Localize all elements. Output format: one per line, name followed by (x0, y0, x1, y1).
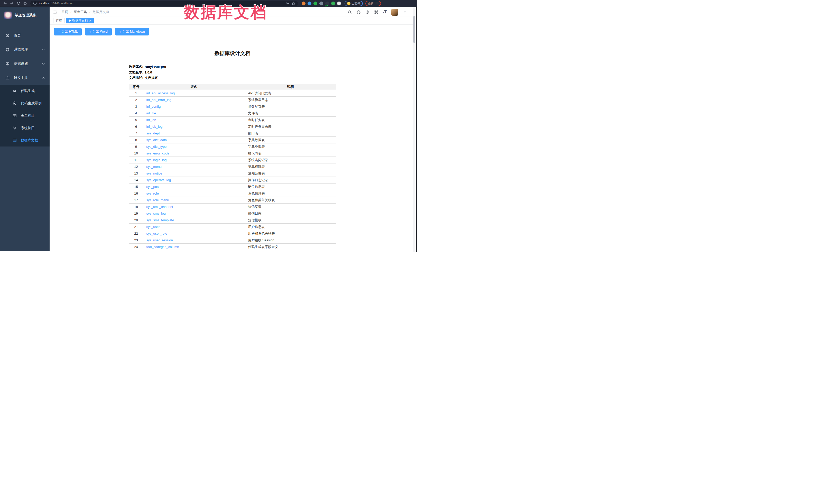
user-avatar[interactable] (391, 9, 398, 16)
row-number-cell: 8 (129, 137, 143, 144)
collapse-sidebar-icon[interactable] (53, 10, 57, 14)
table-row: 8sys_dict_data字典数据表 (129, 137, 336, 144)
table-name-link[interactable]: sys_sms_log (147, 212, 166, 215)
table-name-link[interactable]: sys_role (147, 192, 159, 195)
info-label: 文档描述: (129, 76, 144, 80)
table-name-link[interactable]: sys_dict_data (147, 138, 167, 142)
page-scrollbar-thumb[interactable] (413, 16, 415, 43)
table-name-link[interactable]: inf_file (147, 111, 156, 115)
sidebar-item-首页[interactable]: 首页 (0, 28, 50, 42)
table-name-link[interactable]: sys_notice (147, 171, 162, 175)
sidebar-subitem-代码生成[interactable]: 代码生成 (0, 85, 50, 97)
table-name-cell: sys_login_log (143, 157, 245, 163)
table-name-link[interactable]: sys_user (147, 225, 160, 229)
search-icon[interactable] (348, 10, 352, 14)
table-desc-cell: 角色信息表 (245, 190, 336, 197)
table-name-link[interactable]: inf_config (147, 105, 161, 108)
sidebar-subitem-数据库文档[interactable]: 数据库文档 (0, 134, 50, 147)
table-name-cell: sys_dict_data (143, 137, 245, 144)
update-label: 更新 (368, 2, 374, 5)
sidebar-subitem-表单构建[interactable]: 表单构建 (0, 109, 50, 122)
table-name-cell: sys_role_menu (143, 197, 245, 203)
table-row: 15sys_post岗位信息表 (129, 183, 336, 190)
table-name-link[interactable]: sys_operate_log (147, 178, 171, 182)
tag-label: 首页 (56, 19, 62, 23)
table-name-link[interactable]: sys_dict_type (147, 145, 167, 149)
table-header-row: 序号表名说明 (129, 84, 336, 90)
table-name-link[interactable]: sys_error_code (147, 151, 170, 155)
sidebar-item-系统管理[interactable]: 系统管理 (0, 42, 50, 57)
table-name-link[interactable]: sys_sms_channel (147, 205, 173, 209)
extension-icon[interactable] (337, 2, 341, 5)
address-bar[interactable]: localhost:1024/tool/db-doc (30, 1, 298, 6)
table-name-link[interactable]: sys_dept (147, 131, 160, 135)
page-scrollbar-track[interactable] (413, 7, 416, 252)
table-name-link[interactable]: tool_codegen_column (147, 245, 179, 249)
table-name-link[interactable]: inf_job (147, 118, 156, 122)
export-button-导出-HTML[interactable]: +导出 HTML (54, 28, 82, 36)
table-row: 14sys_operate_log操作日志记录 (129, 177, 336, 183)
browser-update-button[interactable]: 更新 ⋮ (365, 1, 381, 6)
extension-icon[interactable] (308, 2, 311, 5)
tag-label: 数据库文档 (72, 19, 88, 23)
password-key-icon[interactable] (285, 1, 289, 5)
font-size-icon[interactable]: тT (383, 10, 387, 14)
table-row: 11sys_login_log系统访问记录 (129, 157, 336, 163)
sidebar-subitem-label: 代码生成 (21, 89, 35, 93)
close-icon[interactable]: × (89, 19, 91, 22)
github-icon[interactable] (356, 10, 361, 15)
paused-extension-badge[interactable]: 已暂停 (345, 1, 363, 6)
table-row: 22sys_user_role用户和角色关联表 (129, 230, 336, 237)
table-name-link[interactable]: sys_user_role (147, 232, 167, 236)
table-desc-cell: 用户信息表 (245, 224, 336, 230)
table-name-link[interactable]: sys_menu (147, 165, 161, 169)
table-row: 23sys_user_session用户在线 Session (129, 237, 336, 244)
plus-icon: + (89, 30, 91, 34)
export-button-导出-Word[interactable]: +导出 Word (85, 28, 112, 36)
tables-overview-table: 序号表名说明 1inf_api_access_logAPI 访问日志表2inf_… (129, 84, 336, 251)
breadcrumb-item[interactable]: 首页 (61, 10, 68, 15)
row-number-cell: 16 (129, 190, 143, 197)
table-desc-cell: 代码生成表定义 (245, 250, 336, 251)
extension-icon[interactable] (302, 2, 306, 5)
export-button-导出-Markdown[interactable]: +导出 Markdown (115, 28, 149, 36)
sidebar-item-研发工具[interactable]: 研发工具 (0, 71, 50, 85)
document-info-line: 文档描述:文档描述 (129, 75, 336, 80)
extension-icon[interactable] (331, 2, 335, 5)
sidebar-item-基础设施[interactable]: 基础设施 (0, 57, 50, 71)
browser-forward-button[interactable] (9, 1, 15, 6)
table-name-link[interactable]: sys_role_menu (147, 198, 169, 202)
table-row: 1inf_api_access_logAPI 访问日志表 (129, 90, 336, 96)
breadcrumb-item[interactable]: 研发工具 (74, 10, 87, 15)
table-name-link[interactable]: sys_post (147, 185, 159, 189)
row-number-cell: 21 (129, 224, 143, 230)
sidebar-subitem-代码生成示例[interactable]: 代码生成示例 (0, 97, 50, 109)
help-icon[interactable] (365, 10, 370, 14)
bookmark-star-icon[interactable] (291, 1, 295, 5)
form-builder-icon (13, 114, 17, 118)
extension-icon[interactable] (320, 2, 323, 5)
fullscreen-icon[interactable] (374, 10, 378, 14)
browser-home-button[interactable] (22, 1, 28, 6)
table-desc-cell: 短信渠道 (245, 203, 336, 210)
table-name-link[interactable]: inf_api_error_log (147, 98, 172, 102)
browser-reload-button[interactable] (16, 1, 22, 6)
tag-首页[interactable]: 首页 (53, 18, 65, 23)
chevron-down-icon[interactable] (403, 10, 407, 14)
db-document: 数据库设计文档 数据库名:ruoyi-vue-pro文档版本:1.0.0文档描述… (129, 50, 336, 251)
table-name-link[interactable]: inf_api_access_log (147, 91, 175, 95)
export-button-label: 导出 HTML (62, 29, 78, 34)
table-name-link[interactable]: sys_sms_template (147, 218, 174, 222)
sidebar-subitem-系统接口[interactable]: 系统接口 (0, 122, 50, 134)
table-name-link[interactable]: inf_job_log (147, 125, 163, 129)
site-info-icon[interactable] (33, 1, 37, 5)
table-name-link[interactable]: sys_login_log (147, 158, 167, 162)
table-row: 19sys_sms_log短信日志 (129, 210, 336, 217)
extension-icon[interactable]: on (325, 2, 329, 5)
tag-数据库文档[interactable]: 数据库文档× (66, 18, 94, 23)
browser-back-button[interactable] (2, 1, 8, 6)
browser-menu-icon[interactable]: ⋮ (375, 2, 378, 5)
table-name-link[interactable]: sys_user_session (147, 238, 173, 242)
shield-check-icon (13, 101, 17, 105)
extension-icon[interactable] (313, 2, 317, 5)
